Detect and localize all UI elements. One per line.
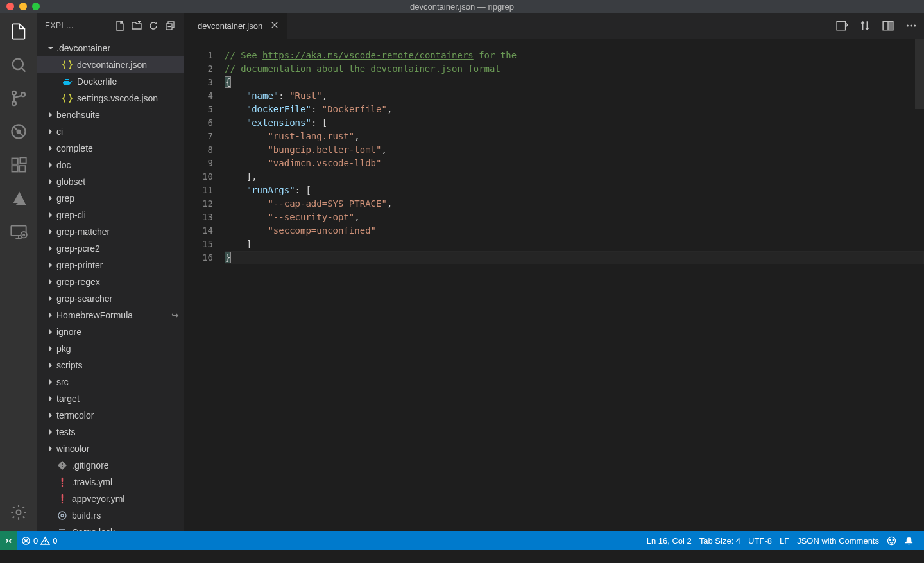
notifications-icon[interactable] [900, 531, 918, 550]
svg-rect-18 [67, 79, 69, 80]
folder-grep-pcre2[interactable]: grep-pcre2 [37, 240, 184, 257]
chevron-right-icon [46, 428, 55, 437]
folder-grep-searcher[interactable]: grep-searcher [37, 290, 184, 307]
editor-area: devcontainer.json 1234567891011121314151… [185, 13, 924, 531]
feedback-icon[interactable] [883, 531, 900, 550]
editor-actions [835, 13, 924, 39]
folder-doc[interactable]: doc [37, 157, 184, 173]
tree-item-label: devcontainer.json [77, 60, 147, 70]
chevron-right-icon [46, 377, 55, 386]
file-settings.vscode.json[interactable]: settings.vscode.json [37, 90, 184, 107]
file-Dockerfile[interactable]: Dockerfile [37, 73, 184, 90]
status-line-col[interactable]: Ln 16, Col 2 [643, 531, 696, 550]
azure-icon[interactable] [9, 189, 28, 208]
folder-target[interactable]: target [37, 390, 184, 407]
search-icon[interactable] [9, 55, 28, 74]
folder-ignore[interactable]: ignore [37, 324, 184, 340]
folder-benchsuite[interactable]: benchsuite [37, 107, 184, 123]
tab-devcontainer[interactable]: devcontainer.json [185, 13, 287, 39]
explorer-icon[interactable] [9, 22, 28, 41]
remote-explorer-icon[interactable] [9, 222, 28, 241]
folder-tests[interactable]: tests [37, 424, 184, 440]
folder-src[interactable]: src [37, 374, 184, 390]
tree-item-label: .devcontainer [56, 43, 110, 53]
status-language[interactable]: JSON with Comments [793, 531, 883, 550]
status-problems[interactable]: 0 0 [17, 531, 61, 550]
status-warnings-count: 0 [53, 536, 57, 546]
status-eol[interactable]: LF [776, 531, 793, 550]
chevron-right-icon [46, 361, 55, 370]
chevron-right-icon [46, 211, 55, 220]
explorer-panel: EXPL… .devcontainerdevcontainer.jsonDock… [37, 13, 185, 531]
folder-.devcontainer[interactable]: .devcontainer [37, 40, 184, 56]
chevron-right-icon [46, 160, 55, 169]
file-tree: .devcontainerdevcontainer.jsonDockerfile… [37, 39, 184, 531]
explorer-title: EXPL… [45, 21, 110, 30]
new-file-icon[interactable] [114, 19, 126, 32]
status-tab-size[interactable]: Tab Size: 4 [696, 531, 744, 550]
file-devcontainer.json[interactable]: devcontainer.json [37, 56, 184, 73]
file-.gitignore[interactable]: .gitignore [37, 457, 184, 474]
svg-point-19 [58, 512, 66, 519]
chevron-right-icon [46, 244, 55, 253]
chevron-right-icon [46, 344, 55, 353]
lock-icon [56, 526, 68, 531]
folder-grep-printer[interactable]: grep-printer [37, 257, 184, 273]
symlink-icon: ↪ [171, 310, 179, 320]
tree-item-label: wincolor [56, 444, 89, 454]
source-control-icon[interactable] [9, 89, 28, 108]
folder-termcolor[interactable]: termcolor [37, 407, 184, 424]
chevron-right-icon [46, 227, 55, 236]
file-.travis.yml[interactable]: .travis.yml [37, 474, 184, 490]
folder-wincolor[interactable]: wincolor [37, 440, 184, 457]
folder-HomebrewFormula[interactable]: HomebrewFormula↪ [37, 307, 184, 324]
yml-icon [56, 476, 68, 488]
refresh-icon[interactable] [147, 19, 160, 32]
tree-item-label: benchsuite [56, 110, 100, 120]
tree-item-label: tests [56, 427, 76, 437]
collapse-all-icon[interactable] [164, 19, 176, 32]
tree-item-label: .travis.yml [72, 477, 112, 487]
more-actions-icon[interactable] [905, 19, 918, 32]
code-editor[interactable]: 12345678910111213141516 // See https://a… [185, 39, 924, 531]
folder-globset[interactable]: globset [37, 173, 184, 190]
folder-pkg[interactable]: pkg [37, 340, 184, 357]
split-editor-icon[interactable] [882, 19, 894, 32]
extensions-icon[interactable] [9, 155, 28, 175]
close-tab-icon[interactable] [270, 21, 279, 31]
minimap-scrollbar[interactable] [915, 39, 924, 109]
file-appveyor.yml[interactable]: appveyor.yml [37, 490, 184, 507]
tree-item-label: appveyor.yml [72, 494, 124, 504]
open-changes-icon[interactable] [835, 19, 848, 32]
code-content[interactable]: // See https://aka.ms/vscode-remote/cont… [221, 39, 924, 531]
chevron-right-icon [46, 411, 55, 420]
folder-ci[interactable]: ci [37, 123, 184, 140]
debug-icon[interactable] [9, 122, 28, 141]
chevron-right-icon [46, 144, 55, 153]
tree-item-label: grep-matcher [56, 227, 110, 237]
new-folder-icon[interactable] [130, 19, 143, 32]
tree-item-label: build.rs [72, 510, 101, 521]
folder-grep[interactable]: grep [37, 190, 184, 207]
chevron-right-icon [46, 127, 55, 136]
svg-point-0 [13, 59, 23, 69]
tree-item-label: grep-regex [56, 277, 100, 287]
status-encoding[interactable]: UTF-8 [744, 531, 776, 550]
svg-point-5 [17, 130, 21, 134]
file-build.rs[interactable]: build.rs [37, 507, 184, 524]
chevron-right-icon [46, 194, 55, 203]
tree-item-label: grep-printer [56, 260, 103, 270]
compare-icon[interactable] [859, 19, 871, 32]
gear-icon[interactable] [9, 503, 28, 522]
tree-item-label: .gitignore [72, 460, 109, 471]
tree-item-label: ignore [56, 327, 81, 337]
file-Cargo.lock[interactable]: Cargo.lock [37, 524, 184, 531]
folder-grep-cli[interactable]: grep-cli [37, 207, 184, 223]
folder-grep-matcher[interactable]: grep-matcher [37, 223, 184, 240]
folder-complete[interactable]: complete [37, 140, 184, 157]
folder-scripts[interactable]: scripts [37, 357, 184, 374]
folder-grep-regex[interactable]: grep-regex [37, 273, 184, 290]
svg-point-25 [910, 24, 912, 26]
chevron-right-icon [46, 294, 55, 303]
remote-indicator[interactable] [0, 531, 17, 550]
